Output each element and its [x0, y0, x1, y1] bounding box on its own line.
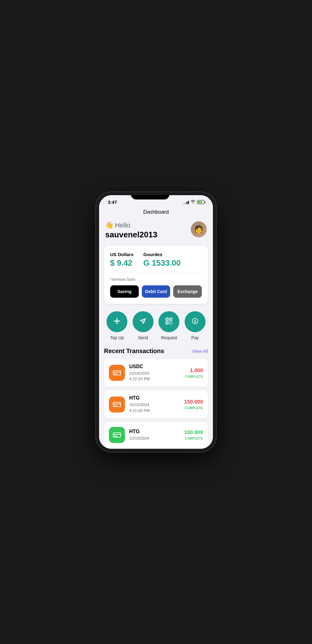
pay-icon: $	[191, 317, 199, 327]
services-soon-text: *Services Soon	[110, 277, 202, 282]
svg-rect-6	[170, 319, 171, 320]
action-row: Top Up Send	[99, 310, 213, 348]
usd-amount: $ 9.42	[110, 258, 134, 268]
page-title: Dashboard	[99, 207, 213, 220]
tx-amount-col-htg1: 150.000 COMPLETE	[184, 399, 203, 410]
battery-icon: ⚡	[197, 200, 204, 204]
tx-name-htg2: HTG	[129, 429, 180, 434]
greeting-left: 👋 Hello sauvenel2013	[105, 221, 157, 239]
tx-info-usdc: USDC 10/10/20244:22:24 PM	[129, 364, 180, 382]
tx-icon-htg2	[109, 427, 125, 443]
svg-point-19	[116, 373, 117, 375]
wifi-icon	[190, 200, 195, 204]
tx-info-htg2: HTG 10/10/2024	[129, 429, 180, 441]
transactions-section: Recent Transactions View All USDC 10/10/…	[99, 348, 213, 448]
signal-bar-4	[188, 201, 189, 204]
avatar[interactable]: 🧑	[191, 221, 207, 237]
view-all-button[interactable]: View All	[192, 348, 208, 354]
topup-label: Top Up	[110, 335, 124, 340]
greeting-hello-row: 👋 Hello	[105, 221, 157, 229]
greeting-username: sauvenel2013	[105, 230, 157, 239]
pay-button[interactable]: $	[185, 311, 206, 332]
greeting-hello: Hello	[115, 221, 130, 229]
svg-rect-5	[167, 319, 168, 320]
signal-bar-1	[183, 203, 184, 204]
transaction-card[interactable]: HTG 10/10/2024 100.000 COMPLETE	[104, 422, 208, 448]
tx-icon-usdc	[109, 365, 125, 381]
tx-icon-htg1	[109, 396, 125, 413]
plus-icon	[113, 317, 121, 327]
request-button[interactable]	[158, 311, 179, 332]
send-button[interactable]	[133, 311, 154, 332]
action-pay: $ Pay	[185, 311, 206, 340]
transactions-header: Recent Transactions View All	[104, 348, 208, 355]
status-icons: ⚡	[183, 200, 204, 204]
exchange-button[interactable]: Exchange	[173, 285, 202, 298]
phone-frame: 3:47	[96, 192, 216, 452]
debit-card-button[interactable]: Debit Card	[142, 285, 170, 298]
tx-amount-htg2: 100.000	[184, 429, 203, 436]
send-label: Send	[138, 335, 148, 340]
avatar-image: 🧑	[191, 221, 207, 237]
request-label: Request	[161, 335, 177, 340]
svg-point-23	[116, 405, 117, 406]
tx-date-htg1: 10/10/20244:21:00 PM	[129, 402, 180, 413]
dynamic-island	[131, 195, 170, 199]
status-time: 3:47	[108, 199, 117, 205]
tx-date-htg2: 10/10/2024	[129, 436, 180, 441]
pay-label: Pay	[191, 335, 199, 340]
tx-info-htg1: HTG 10/10/20244:21:00 PM	[129, 395, 180, 413]
tx-status-htg1: COMPLETE	[184, 406, 203, 410]
action-request: Request	[158, 311, 179, 340]
greeting-section: 👋 Hello sauvenel2013 🧑	[99, 220, 213, 244]
tx-name-htg1: HTG	[129, 395, 180, 401]
topup-button[interactable]	[106, 311, 127, 332]
gourdes-amount: G 1533.00	[143, 258, 181, 268]
action-send: Send	[133, 311, 154, 340]
tx-amount-htg1: 150.000	[184, 399, 203, 405]
svg-point-22	[114, 405, 115, 406]
balance-divider	[110, 273, 202, 273]
tx-amount-col-usdc: 1.000 COMPLETE	[185, 368, 203, 378]
transaction-card[interactable]: USDC 10/10/20244:22:24 PM 1.000 COMPLETE	[104, 359, 208, 387]
gourdes-label: Gourdes	[143, 252, 181, 257]
saving-button[interactable]: Saving	[110, 285, 139, 298]
balance-card: US Dollars $ 9.42 Gourdes G 1533.00 *Ser…	[104, 246, 208, 304]
transaction-card[interactable]: HTG 10/10/20244:21:00 PM 150.000 COMPLET…	[104, 390, 208, 418]
svg-rect-7	[167, 323, 168, 324]
qr-icon	[165, 317, 173, 327]
signal-icon	[183, 200, 189, 204]
gourdes-balance: Gourdes G 1533.00	[143, 252, 181, 268]
tx-status-usdc: COMPLETE	[185, 375, 203, 378]
svg-point-18	[114, 373, 115, 375]
phone-screen: 3:47	[99, 195, 213, 449]
balance-row: US Dollars $ 9.42 Gourdes G 1533.00	[110, 252, 202, 268]
send-icon	[139, 317, 147, 327]
svg-point-26	[114, 436, 115, 437]
tx-date-usdc: 10/10/20244:22:24 PM	[129, 371, 180, 382]
tx-amount-usdc: 1.000	[185, 368, 203, 374]
tx-status-htg2: COMPLETE	[184, 437, 203, 440]
svg-point-27	[116, 436, 117, 437]
signal-bar-2	[185, 202, 186, 204]
svg-text:$: $	[194, 319, 196, 324]
tx-name-usdc: USDC	[129, 364, 180, 369]
tx-amount-col-htg2: 100.000 COMPLETE	[184, 429, 203, 440]
usd-label: US Dollars	[110, 252, 134, 257]
signal-bar-3	[186, 202, 187, 204]
action-topup: Top Up	[106, 311, 127, 340]
status-bar: 3:47	[99, 195, 213, 207]
usd-balance: US Dollars $ 9.42	[110, 252, 134, 268]
greeting-wave: 👋	[105, 221, 114, 229]
card-buttons: Saving Debit Card Exchange	[110, 285, 202, 298]
transactions-title: Recent Transactions	[104, 348, 164, 355]
